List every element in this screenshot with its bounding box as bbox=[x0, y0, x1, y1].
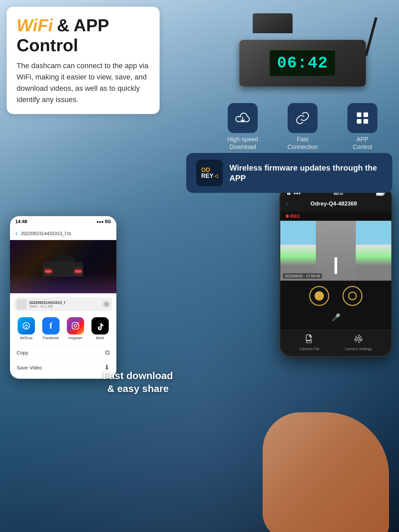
high-speed-download-label: High-speedDownload bbox=[227, 136, 258, 151]
description-text: The dashcam can connect to the app via W… bbox=[17, 60, 150, 105]
instagram-icon bbox=[67, 317, 84, 334]
copy-icon: ⧉ bbox=[105, 349, 110, 356]
camera-file-nav-item[interactable]: Camera File bbox=[300, 334, 320, 351]
feature-app-control: APPControl bbox=[341, 103, 384, 151]
camera-settings-nav-item[interactable]: Camera Settings bbox=[345, 334, 372, 351]
svg-point-8 bbox=[77, 324, 78, 325]
svg-rect-1 bbox=[363, 112, 368, 117]
tiktok-label: tiktok bbox=[96, 336, 104, 340]
share-file-details: 20220923144310​13_f Video · 63.1 MB bbox=[29, 301, 65, 308]
tiktok-icon bbox=[91, 317, 109, 334]
amp-app-label: & APP bbox=[57, 17, 109, 34]
share-file-name: 20220923144310​13_f bbox=[29, 301, 65, 305]
airdrop-label: AirDrop bbox=[20, 336, 32, 340]
fast-connection-label: FastConnection bbox=[287, 136, 318, 151]
app-control-label: APPControl bbox=[353, 136, 372, 151]
left-phone-signal: ●●● 5G bbox=[96, 219, 111, 224]
rec-indicator: REC bbox=[280, 211, 391, 221]
tiktok-svg bbox=[96, 322, 104, 330]
features-row: High-speedDownload FastConnection APPCon… bbox=[213, 103, 392, 151]
share-app-tiktok[interactable]: tiktok bbox=[89, 317, 111, 340]
top-feature-card: WiFi & APP Control The dashcam can conne… bbox=[7, 7, 160, 114]
share-sheet: 20220923144310​13_f Video · 63.1 MB ✕ bbox=[10, 293, 116, 379]
share-app-airdrop[interactable]: AirDrop bbox=[16, 317, 37, 340]
file-icon-svg bbox=[305, 334, 314, 343]
hand-holding-phone bbox=[249, 399, 399, 532]
right-phone-header: ‹ Odrey-Q4-482369 bbox=[280, 198, 391, 211]
save-video-label: Save Video bbox=[17, 365, 42, 370]
app-control-icon-box bbox=[347, 103, 377, 133]
odrey-logo: OD REY◁ bbox=[196, 160, 223, 186]
title-line: WiFi & APP bbox=[17, 17, 150, 34]
link-icon bbox=[294, 110, 311, 126]
cloud-download-icon bbox=[234, 110, 251, 126]
odrey-logo-text: OD REY◁ bbox=[201, 167, 218, 179]
feature-fast-connection: FastConnection bbox=[281, 103, 324, 151]
gear-icon-svg bbox=[354, 334, 363, 343]
camera-feed: 2022/06/20 · 17:00:00 bbox=[280, 221, 391, 281]
feature-high-speed-download: High-speedDownload bbox=[221, 103, 264, 151]
phones-area: 14:48 ●●● 5G ‹ 20220923144310​13_f.ts bbox=[0, 196, 399, 532]
svg-rect-10 bbox=[289, 193, 290, 195]
share-app-facebook[interactable]: f Facebook bbox=[40, 317, 62, 340]
phone-controls: 🎤 bbox=[280, 281, 391, 330]
facebook-label: Facebook bbox=[43, 336, 59, 340]
back-arrow-icon[interactable]: ‹ bbox=[15, 229, 18, 237]
left-phone: 14:48 ●●● 5G ‹ 20220923144310​13_f.ts bbox=[10, 216, 116, 379]
camera-file-label: Camera File bbox=[300, 347, 320, 351]
device-top bbox=[253, 13, 293, 33]
svg-point-7 bbox=[74, 325, 77, 327]
right-phone-title: Odrey-Q4-482369 bbox=[288, 200, 379, 207]
video-glow bbox=[10, 273, 116, 293]
share-app-instagram[interactable]: insgeam bbox=[65, 317, 86, 340]
svg-rect-0 bbox=[357, 112, 361, 117]
photo-button[interactable] bbox=[342, 286, 362, 306]
road-center bbox=[316, 221, 356, 281]
dashcam-device: 06:42 bbox=[226, 13, 379, 93]
share-file-size: Video · 63.1 MB bbox=[29, 305, 65, 308]
left-phone-header: ‹ 20220923144310​13_f.ts bbox=[10, 227, 116, 240]
left-phone-time: 14:48 bbox=[15, 219, 27, 224]
close-share-button[interactable]: ✕ bbox=[103, 301, 110, 308]
car-left-light bbox=[45, 270, 52, 273]
device-body: 06:42 bbox=[239, 40, 366, 86]
camera-timestamp: 2022/06/20 · 17:00:00 bbox=[283, 273, 322, 279]
copy-action-row[interactable]: Copy ⧉ bbox=[14, 345, 112, 360]
camera-settings-label: Camera Settings bbox=[345, 347, 372, 351]
time-display: 06:42 bbox=[277, 54, 328, 72]
car-right-light bbox=[75, 270, 81, 273]
instagram-svg bbox=[71, 322, 80, 330]
facebook-icon: f bbox=[42, 317, 60, 334]
copy-action-label: Copy bbox=[17, 350, 28, 355]
svg-point-5 bbox=[26, 327, 27, 329]
firmware-banner: OD REY◁ Wireless firmware updates throug… bbox=[186, 153, 392, 193]
dashcam-area: 06:42 bbox=[213, 7, 392, 100]
left-phone-status-bar: 14:48 ●●● 5G bbox=[10, 216, 116, 227]
share-file-info: 20220923144310​13_f Video · 63.1 MB bbox=[17, 299, 65, 309]
svg-point-16 bbox=[357, 337, 360, 340]
airdrop-icon bbox=[18, 317, 35, 334]
record-button-inner bbox=[315, 291, 324, 301]
right-phone-back-icon[interactable]: ‹ bbox=[286, 200, 288, 208]
fast-connection-icon-box bbox=[288, 103, 318, 133]
download-line2: & easy share bbox=[103, 382, 173, 395]
instagram-label: insgeam bbox=[68, 336, 82, 340]
camera-settings-icon bbox=[354, 334, 363, 345]
device-cable bbox=[365, 17, 378, 56]
firmware-update-text: Wireless firmware updates through the AP… bbox=[229, 163, 382, 183]
download-line1: Fast download bbox=[103, 369, 173, 382]
svg-rect-3 bbox=[363, 119, 368, 124]
save-video-action-row[interactable]: Save Video ⬇ bbox=[14, 360, 112, 375]
rec-text: REC bbox=[290, 213, 300, 219]
svg-rect-2 bbox=[357, 119, 361, 124]
wifi-label: WiFi bbox=[17, 17, 53, 34]
download-label: Fast download & easy share bbox=[103, 369, 173, 395]
phone-bottom-nav: Camera File Camera Settings bbox=[280, 330, 391, 356]
device-screen: 06:42 bbox=[269, 50, 336, 76]
hand-shape bbox=[263, 412, 389, 532]
record-button[interactable] bbox=[309, 286, 329, 306]
share-apps-row: AirDrop f Facebook bbox=[14, 315, 112, 342]
file-thumbnail bbox=[17, 299, 27, 309]
grid-icon bbox=[354, 110, 371, 126]
file-name-label: 20220923144310​13_f.ts bbox=[21, 231, 111, 236]
